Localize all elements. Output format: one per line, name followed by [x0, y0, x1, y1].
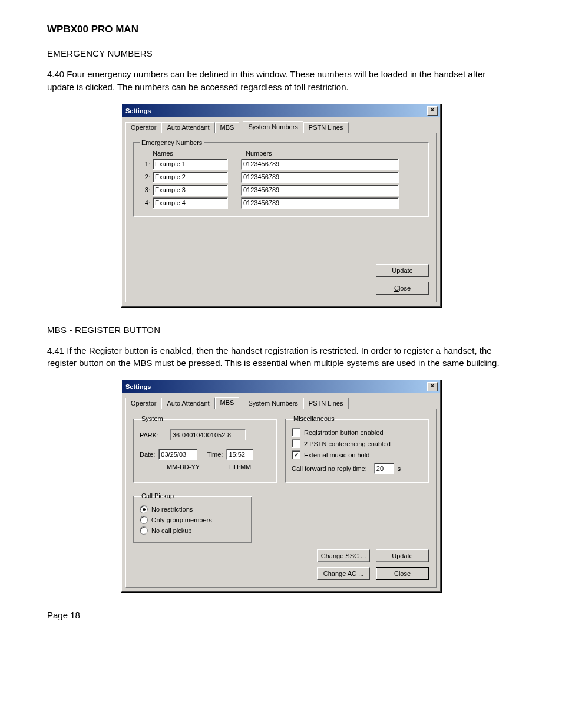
- pickup-opt2: Only group members: [151, 516, 212, 523]
- settings-dialog-1: Settings × Operator Auto Attendant MBS S…: [121, 103, 441, 307]
- tab-system-numbers[interactable]: System Numbers: [243, 398, 303, 409]
- misc-group: Miscellaneous Registration button enable…: [285, 415, 429, 483]
- tabstrip: Operator Auto Attendant MBS System Numbe…: [122, 393, 440, 409]
- conf-label: 2 PSTN conferencing enabled: [304, 440, 391, 447]
- update-button[interactable]: Update: [376, 549, 429, 562]
- cfnr-label: Call forward no reply time:: [292, 465, 367, 472]
- column-names-header: Names: [153, 150, 233, 157]
- tab-auto-attendant[interactable]: Auto Attendant: [161, 122, 214, 133]
- number-input-2[interactable]: [241, 172, 399, 183]
- column-numbers-header: Numbers: [246, 150, 272, 157]
- name-input-1[interactable]: [153, 159, 228, 170]
- name-input-3[interactable]: [153, 185, 228, 196]
- number-input-1[interactable]: [241, 159, 399, 170]
- name-input-4[interactable]: [153, 197, 228, 209]
- change-ac-button[interactable]: Change AC ...: [317, 567, 370, 580]
- tab-operator[interactable]: Operator: [125, 122, 161, 133]
- emergency-row-3: 3:: [140, 185, 422, 196]
- tab-operator[interactable]: Operator: [125, 398, 161, 409]
- name-input-2[interactable]: [153, 172, 228, 183]
- system-legend: System: [140, 415, 165, 422]
- titlebar-text: Settings: [125, 107, 151, 114]
- tab-panel-system-numbers: Emergency Numbers Names Numbers 1: 2: 3:: [125, 133, 437, 302]
- tab-pstn-lines[interactable]: PSTN Lines: [303, 122, 349, 133]
- tab-panel-mbs: System PARK: Date: Time: MM-DD-YY HH:MM: [125, 409, 437, 588]
- row-index: 1:: [140, 160, 150, 167]
- pickup-opt1: No restrictions: [151, 506, 193, 513]
- cfnr-unit: s: [398, 465, 401, 472]
- change-ssc-button[interactable]: Change SSC ...: [317, 549, 370, 562]
- tab-system-numbers[interactable]: System Numbers: [243, 121, 303, 133]
- misc-legend: Miscellaneous: [292, 415, 336, 422]
- music-checkbox[interactable]: [292, 450, 300, 459]
- doc-title: WPBX00 PRO MAN: [47, 24, 515, 35]
- close-icon[interactable]: ×: [427, 382, 438, 391]
- row-index: 3:: [140, 186, 150, 193]
- section2-body: 4.41 If the Register button is enabled, …: [47, 344, 515, 370]
- tab-mbs[interactable]: MBS: [215, 122, 240, 133]
- date-hint: MM-DD-YY: [163, 463, 203, 470]
- page-number: Page 18: [47, 610, 515, 620]
- time-input[interactable]: [226, 449, 253, 460]
- tab-auto-attendant[interactable]: Auto Attendant: [161, 398, 214, 409]
- tab-mbs[interactable]: MBS: [215, 397, 240, 409]
- number-input-3[interactable]: [241, 185, 399, 196]
- time-hint: HH:MM: [229, 463, 251, 470]
- park-input: [170, 429, 246, 440]
- cfnr-input[interactable]: [374, 463, 394, 474]
- pickup-radio-group[interactable]: [140, 516, 148, 524]
- pickup-opt3: No call pickup: [151, 527, 191, 534]
- emergency-row-1: 1:: [140, 159, 422, 170]
- titlebar-text: Settings: [125, 383, 151, 390]
- pickup-legend: Call Pickup: [140, 492, 176, 499]
- section-heading-emergency: EMERGENCY NUMBERS: [47, 48, 515, 58]
- row-index: 2:: [140, 173, 150, 180]
- tab-pstn-lines[interactable]: PSTN Lines: [303, 398, 349, 409]
- emergency-row-2: 2:: [140, 172, 422, 183]
- pickup-radio-off[interactable]: [140, 526, 148, 535]
- emergency-numbers-group: Emergency Numbers Names Numbers 1: 2: 3:: [133, 139, 429, 217]
- close-button[interactable]: Close: [376, 567, 429, 580]
- call-pickup-group: Call Pickup No restrictions Only group m…: [133, 492, 252, 543]
- reg-label: Registration button enabled: [304, 429, 384, 436]
- titlebar: Settings ×: [122, 104, 440, 117]
- group-legend: Emergency Numbers: [140, 139, 204, 146]
- settings-dialog-2: Settings × Operator Auto Attendant MBS S…: [121, 379, 441, 592]
- close-icon[interactable]: ×: [427, 106, 438, 116]
- emergency-row-4: 4:: [140, 197, 422, 209]
- number-input-4[interactable]: [241, 197, 399, 209]
- music-label: External music on hold: [304, 452, 369, 459]
- date-label: Date:: [140, 451, 155, 458]
- reg-checkbox[interactable]: [292, 428, 300, 437]
- time-label: Time:: [207, 451, 223, 458]
- close-button[interactable]: Close: [376, 282, 429, 295]
- titlebar: Settings ×: [122, 380, 440, 393]
- section1-body: 4.40 Four emergency numbers can be defin…: [47, 68, 515, 94]
- row-index: 4:: [140, 199, 150, 206]
- close-label-rest: lose: [399, 285, 411, 292]
- date-input[interactable]: [158, 449, 197, 460]
- section-heading-mbs-register: MBS - REGISTER BUTTON: [47, 325, 515, 335]
- system-group: System PARK: Date: Time: MM-DD-YY HH:MM: [133, 415, 277, 483]
- park-label: PARK:: [140, 431, 167, 439]
- pickup-radio-none[interactable]: [140, 505, 148, 513]
- tabstrip: Operator Auto Attendant MBS System Numbe…: [122, 117, 440, 133]
- update-button[interactable]: Update: [376, 264, 429, 277]
- conf-checkbox[interactable]: [292, 439, 300, 448]
- update-label-rest: pdate: [396, 267, 413, 274]
